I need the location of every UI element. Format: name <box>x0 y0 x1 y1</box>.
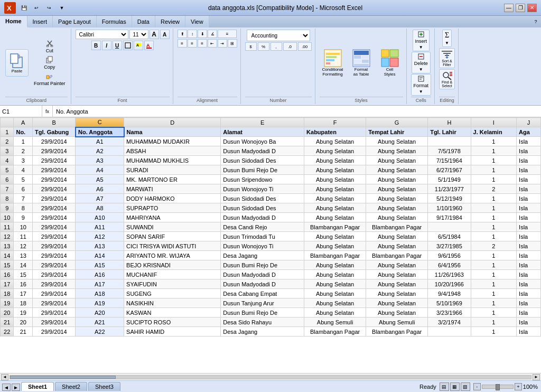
cell-E2[interactable]: Dusun Wonojoyo Ba <box>221 137 304 146</box>
cell-J17[interactable]: Isla <box>517 279 541 289</box>
font-size-select[interactable]: 11 <box>129 30 148 39</box>
cell-B6[interactable]: 29/9/2014 <box>33 175 76 184</box>
cell-H12[interactable]: 6/5/1984 <box>428 232 471 241</box>
cell-D16[interactable]: MUCHANIF <box>124 270 221 279</box>
col-header-I[interactable]: I <box>471 118 517 127</box>
cell-H14[interactable]: 9/6/1956 <box>428 251 471 260</box>
formula-expand-btn[interactable]: fx <box>42 106 53 117</box>
sheet-tab-1[interactable]: Sheet1 <box>21 382 54 391</box>
cell-D8[interactable]: DODY HARMOKO <box>124 194 221 203</box>
tab-insert[interactable]: Insert <box>27 16 53 27</box>
cell-H6[interactable]: 5/1/1949 <box>428 175 471 184</box>
cell-A3[interactable]: 2 <box>14 146 33 156</box>
cell-reference-box[interactable]: C1 <box>0 106 42 117</box>
increase-font-btn[interactable]: A <box>150 30 159 39</box>
cell-H19[interactable]: 5/10/1969 <box>428 298 471 308</box>
cell-H3[interactable]: 7/5/1978 <box>428 146 471 156</box>
underline-button[interactable]: U <box>113 41 122 50</box>
cell-E5[interactable]: Dusun Bumi Rejo De <box>221 165 304 175</box>
cell-G10[interactable]: Abung Selatan <box>366 213 428 222</box>
currency-btn[interactable]: $ <box>245 42 257 51</box>
scrollbar-track[interactable] <box>10 375 531 379</box>
comma-btn[interactable]: , <box>270 42 282 51</box>
cell-E3[interactable]: Dusun Madyodadi D <box>221 146 304 156</box>
cell-C21[interactable]: A21 <box>76 318 124 327</box>
cell-J14[interactable]: Isla <box>517 251 541 260</box>
cell-E13[interactable]: Dusun Wonojoyo Ti <box>221 241 304 251</box>
cell-G22[interactable]: Blambangan Pagar <box>366 327 428 337</box>
cell-D9[interactable]: SUPRAPTO <box>124 203 221 213</box>
cell-C6[interactable]: A5 <box>76 175 124 184</box>
cell-E11[interactable]: Desa Candi Rejo <box>221 222 304 232</box>
cell-A22[interactable]: 21 <box>14 327 33 337</box>
cell-F12[interactable]: Abung Selatan <box>304 232 366 241</box>
font-family-select[interactable]: Calibri <box>76 30 128 39</box>
cell-E21[interactable]: Desa Sido Rahayu <box>221 318 304 327</box>
cell-D19[interactable]: NASIKHIN <box>124 298 221 308</box>
restore-btn[interactable]: ❐ <box>516 4 525 12</box>
cell-A20[interactable]: 19 <box>14 308 33 318</box>
cell-D17[interactable]: SYAIFUDIN <box>124 279 221 289</box>
cell-J9[interactable]: Isla <box>517 203 541 213</box>
quick-customize-btn[interactable]: ▼ <box>57 4 67 12</box>
align-right-btn[interactable]: ≡ <box>198 39 207 48</box>
cell-B19[interactable]: 29/9/2014 <box>33 298 76 308</box>
tab-data[interactable]: Data <box>132 16 155 27</box>
cell-B13[interactable]: 29/9/2014 <box>33 241 76 251</box>
sort-filter-btn[interactable]: Sort &Filter <box>439 48 455 68</box>
zoom-slider[interactable] <box>482 385 514 389</box>
align-top-btn[interactable]: ⬆ <box>178 30 187 38</box>
cell-I17[interactable]: 1 <box>471 279 517 289</box>
cell-G14[interactable]: Blambangan Pagar <box>366 251 428 260</box>
cell-B3[interactable]: 29/9/2014 <box>33 146 76 156</box>
cell-A13[interactable]: 12 <box>14 241 33 251</box>
cell-D22[interactable]: SAHIR HAMID <box>124 327 221 337</box>
cell-C11[interactable]: A11 <box>76 222 124 232</box>
cell-B15[interactable]: 29/9/2014 <box>33 260 76 270</box>
cell-I1[interactable]: J. Kelamin <box>471 127 517 137</box>
cell-C14[interactable]: A14 <box>76 251 124 260</box>
cell-E19[interactable]: Dusun Tanjung Arur <box>221 298 304 308</box>
cell-A21[interactable]: 20 <box>14 318 33 327</box>
cell-C3[interactable]: A2 <box>76 146 124 156</box>
cell-H15[interactable]: 6/4/1956 <box>428 260 471 270</box>
cell-D21[interactable]: SUCIPTO ROSO <box>124 318 221 327</box>
cell-A2[interactable]: 1 <box>14 137 33 146</box>
cell-J6[interactable]: Isla <box>517 175 541 184</box>
cell-H9[interactable]: 1/10/1960 <box>428 203 471 213</box>
next-sheets-btn[interactable]: ► <box>12 384 20 391</box>
cell-E20[interactable]: Dusun Bumi Rejo De <box>221 308 304 318</box>
percent-btn[interactable]: % <box>258 42 269 51</box>
cell-C19[interactable]: A19 <box>76 298 124 308</box>
zoom-in-btn[interactable]: + <box>515 383 522 390</box>
text-angle-btn[interactable]: ∡ <box>208 30 217 38</box>
cell-H4[interactable]: 7/15/1964 <box>428 156 471 165</box>
bold-button[interactable]: B <box>91 41 101 50</box>
cell-F7[interactable]: Abung Selatan <box>304 184 366 194</box>
cell-C1[interactable]: No. Anggota <box>76 127 124 137</box>
cell-C13[interactable]: A13 <box>76 241 124 251</box>
cell-C22[interactable]: A22 <box>76 327 124 337</box>
tab-view[interactable]: View <box>185 16 209 27</box>
cell-I20[interactable]: 1 <box>471 308 517 318</box>
cell-I16[interactable]: 1 <box>471 270 517 279</box>
delete-cells-btn[interactable]: Delete ▼ <box>412 52 431 73</box>
cell-F22[interactable]: Blambangan Pagar <box>304 327 366 337</box>
cell-D5[interactable]: SURADI <box>124 165 221 175</box>
cell-G18[interactable]: Abung Selatan <box>366 289 428 298</box>
col-header-H[interactable]: H <box>428 118 471 127</box>
paste-button[interactable]: Paste <box>5 49 29 77</box>
cell-A16[interactable]: 15 <box>14 270 33 279</box>
cell-A1[interactable]: No. <box>14 127 33 137</box>
quick-undo-btn[interactable]: ↩ <box>32 4 41 12</box>
sheet-tab-2[interactable]: Sheet2 <box>55 382 87 391</box>
cell-I10[interactable]: 1 <box>471 213 517 222</box>
cell-D7[interactable]: MARWATI <box>124 184 221 194</box>
cell-C2[interactable]: A1 <box>76 137 124 146</box>
cell-D11[interactable]: SUWANDI <box>124 222 221 232</box>
col-header-F[interactable]: F <box>304 118 366 127</box>
cell-C4[interactable]: A3 <box>76 156 124 165</box>
cell-F2[interactable]: Abung Selatan <box>304 137 366 146</box>
scroll-right-btn[interactable]: ► <box>533 374 540 380</box>
cell-D20[interactable]: KASWAN <box>124 308 221 318</box>
